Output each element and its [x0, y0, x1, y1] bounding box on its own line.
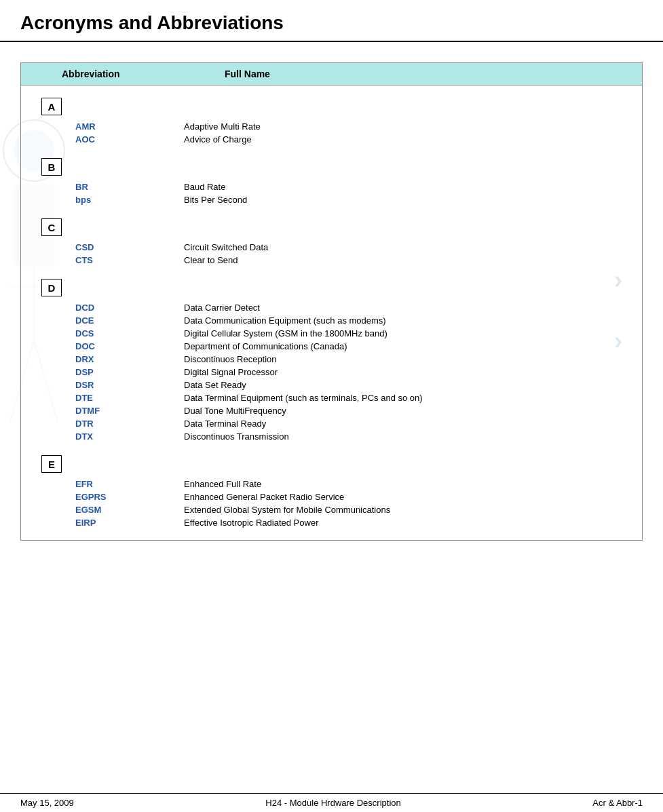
fullname-efr: Enhanced Full Rate	[184, 479, 628, 489]
abbr-csd: CSD	[35, 242, 184, 252]
entry-dsp: DSP Digital Signal Processor	[35, 366, 628, 379]
entry-egprs: EGPRS Enhanced General Packet Radio Serv…	[35, 490, 628, 503]
abbr-egprs: EGPRS	[35, 492, 184, 502]
abbr-br: BR	[35, 182, 184, 192]
entry-dtr: DTR Data Terminal Ready	[35, 417, 628, 430]
fullname-amr: Adaptive Multi Rate	[184, 121, 628, 132]
fullname-dcd: Data Carrier Detect	[184, 303, 628, 313]
entry-efr: EFR Enhanced Full Rate	[35, 478, 628, 490]
footer-page-ref: Acr & Abbr-1	[592, 798, 643, 808]
abbr-doc: DOC	[35, 341, 184, 351]
abbr-efr: EFR	[35, 479, 184, 489]
abbr-drx: DRX	[35, 354, 184, 364]
fullname-dtx: Discontinuos Transmission	[184, 431, 628, 442]
footer-doc-title: H24 - Module Hrdware Description	[265, 798, 400, 808]
entry-cts: CTS Clear to Send	[35, 254, 628, 267]
fullname-egsm: Extended Global System for Mobile Commun…	[184, 505, 628, 515]
abbr-dsr: DSR	[35, 380, 184, 390]
abbr-eirp: EIRP	[35, 518, 184, 528]
entry-dcs: DCS Digital Cellular System (GSM in the …	[35, 327, 628, 340]
section-letter-e: E	[35, 450, 628, 476]
abbr-cts: CTS	[35, 255, 184, 265]
entry-doc: DOC Department of Communications (Canada…	[35, 340, 628, 353]
fullname-aoc: Advice of Charge	[184, 134, 628, 144]
entry-br: BR Baud Rate	[35, 180, 628, 193]
fullname-doc: Department of Communications (Canada)	[184, 341, 628, 351]
fullname-br: Baud Rate	[184, 182, 628, 192]
entry-dtmf: DTMF Dual Tone MultiFrequency	[35, 404, 628, 417]
fullname-dtr: Data Terminal Ready	[184, 419, 628, 429]
entry-dtx: DTX Discontinuos Transmission	[35, 430, 628, 443]
fullname-dtmf: Dual Tone MultiFrequency	[184, 406, 628, 416]
fullname-eirp: Effective Isotropic Radiated Power	[184, 518, 628, 528]
fullname-dcs: Digital Cellular System (GSM in the 1800…	[184, 328, 628, 339]
section-d: D DCD Data Carrier Detect DCE Data Commu…	[35, 273, 628, 443]
abbr-dsp: DSP	[35, 367, 184, 377]
section-e: E EFR Enhanced Full Rate EGPRS Enhanced …	[35, 450, 628, 533]
table-header: Abbreviation Full Name	[21, 63, 642, 85]
fullname-dsr: Data Set Ready	[184, 380, 628, 390]
fullname-dte: Data Terminal Equipment (such as termina…	[184, 393, 628, 403]
table-body: A AMR Adaptive Multi Rate AOC Advice of …	[21, 92, 642, 533]
entry-aoc: AOC Advice of Charge	[35, 133, 628, 146]
page-title: Acronyms and Abbreviations	[20, 12, 643, 34]
abbr-dcd: DCD	[35, 303, 184, 313]
abbr-dtx: DTX	[35, 431, 184, 442]
fullname-bps: Bits Per Second	[184, 195, 628, 205]
abbr-egsm: EGSM	[35, 505, 184, 515]
fullname-csd: Circuit Switched Data	[184, 242, 628, 252]
entry-drx: DRX Discontinuos Reception	[35, 353, 628, 366]
section-b: B BR Baud Rate bps Bits Per Second	[35, 153, 628, 206]
abbr-amr: AMR	[35, 121, 184, 132]
abbr-dcs: DCS	[35, 328, 184, 339]
page-footer: May 15, 2009 H24 - Module Hrdware Descri…	[0, 793, 663, 812]
entry-eirp: EIRP Effective Isotropic Radiated Power	[35, 516, 628, 529]
fullname-dsp: Digital Signal Processor	[184, 367, 628, 377]
section-letter-c: C	[35, 213, 628, 239]
abbr-dtr: DTR	[35, 419, 184, 429]
main-content: › › Abbreviation Full Name A AMR Adaptiv…	[0, 42, 663, 581]
section-c: C CSD Circuit Switched Data CTS Clear to…	[35, 213, 628, 267]
page-header: Acronyms and Abbreviations	[0, 0, 663, 42]
acronyms-table: Abbreviation Full Name A AMR Adaptive Mu…	[20, 62, 643, 541]
entry-dsr: DSR Data Set Ready	[35, 379, 628, 391]
entry-amr: AMR Adaptive Multi Rate	[35, 120, 628, 133]
fullname-drx: Discontinuos Reception	[184, 354, 628, 364]
fullname-dce: Data Communication Equipment (such as mo…	[184, 315, 628, 326]
section-a: A AMR Adaptive Multi Rate AOC Advice of …	[35, 92, 628, 146]
entry-dce: DCE Data Communication Equipment (such a…	[35, 314, 628, 327]
section-letter-d: D	[35, 273, 628, 299]
fullname-cts: Clear to Send	[184, 255, 628, 265]
entry-egsm: EGSM Extended Global System for Mobile C…	[35, 503, 628, 516]
abbr-aoc: AOC	[35, 134, 184, 144]
footer-date: May 15, 2009	[20, 798, 74, 808]
entry-bps: bps Bits Per Second	[35, 193, 628, 206]
column-header-fullname: Full Name	[170, 69, 642, 79]
abbr-dce: DCE	[35, 315, 184, 326]
abbr-dte: DTE	[35, 393, 184, 403]
abbr-dtmf: DTMF	[35, 406, 184, 416]
section-letter-a: A	[35, 92, 628, 118]
section-letter-b: B	[35, 153, 628, 178]
column-header-abbreviation: Abbreviation	[21, 69, 170, 79]
abbr-bps: bps	[35, 195, 184, 205]
entry-dcd: DCD Data Carrier Detect	[35, 301, 628, 314]
fullname-egprs: Enhanced General Packet Radio Service	[184, 492, 628, 502]
entry-dte: DTE Data Terminal Equipment (such as ter…	[35, 391, 628, 404]
entry-csd: CSD Circuit Switched Data	[35, 241, 628, 254]
